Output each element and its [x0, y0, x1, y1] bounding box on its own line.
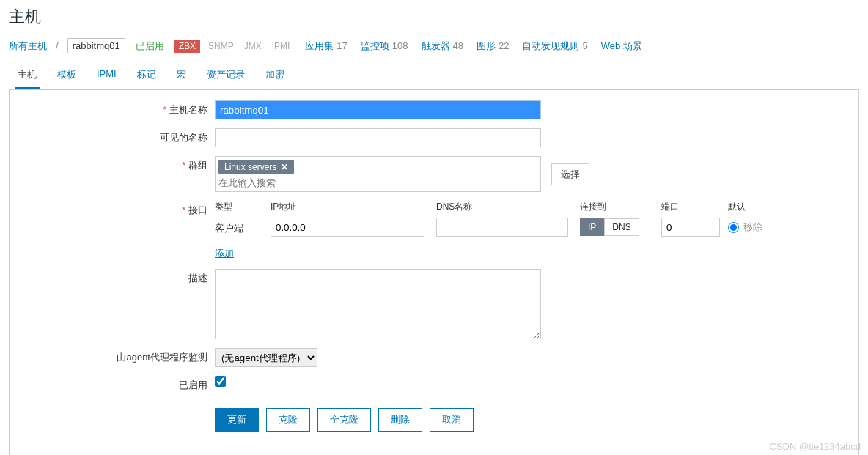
iface-default-radio[interactable]: [728, 222, 739, 233]
select-group-button[interactable]: 选择: [551, 163, 589, 185]
status-ipmi: IPMI: [270, 40, 293, 53]
label-description: 描述: [10, 269, 215, 285]
label-enabled: 已启用: [10, 376, 215, 392]
watermark: CSDN @tie1234abcd: [770, 441, 861, 452]
page-title: 主机: [9, 6, 859, 28]
tab-tags[interactable]: 标记: [134, 62, 159, 89]
multiselect-groups[interactable]: Linux servers ✕: [215, 156, 541, 192]
iface-add-link[interactable]: 添加: [215, 247, 234, 260]
form-area: 主机名称 可见的名称 群组 Linux servers ✕ 选择 接口: [9, 90, 859, 455]
iface-remove[interactable]: 移除: [743, 221, 787, 234]
checkbox-enabled[interactable]: [215, 376, 226, 387]
nav-stat-triggers[interactable]: 触发器48: [422, 40, 463, 53]
iface-agent-label: 客户端: [215, 219, 266, 235]
input-description[interactable]: [215, 269, 541, 339]
tab-ipmi[interactable]: IPMI: [94, 62, 119, 89]
label-visible-name: 可见的名称: [10, 128, 215, 144]
tab-macros[interactable]: 宏: [174, 62, 189, 89]
clone-button[interactable]: 克隆: [266, 408, 310, 432]
group-tag[interactable]: Linux servers ✕: [218, 160, 294, 174]
nav-stat-items[interactable]: 监控项108: [361, 40, 408, 53]
cancel-button[interactable]: 取消: [430, 408, 474, 432]
tab-inventory[interactable]: 资产记录: [204, 62, 248, 89]
label-proxy: 由agent代理程序监测: [10, 348, 215, 364]
label-host-name: 主机名称: [10, 100, 215, 116]
hdr-ip: IP地址: [271, 201, 432, 213]
iface-dns-input[interactable]: [436, 218, 568, 237]
seg-dns[interactable]: DNS: [604, 218, 639, 236]
delete-button[interactable]: 删除: [378, 408, 422, 432]
input-visible-name[interactable]: [215, 128, 541, 147]
breadcrumb-sep: /: [56, 40, 59, 51]
tabs: 主机 模板 IPMI 标记 宏 资产记录 加密: [9, 62, 859, 90]
hdr-type: 类型: [215, 201, 266, 213]
connect-to-toggle: IP DNS: [580, 218, 657, 236]
tab-host[interactable]: 主机: [15, 62, 40, 89]
nav-stat-graphs[interactable]: 图形22: [477, 40, 509, 53]
breadcrumb-all-hosts[interactable]: 所有主机: [9, 40, 47, 53]
iface-port-input[interactable]: [661, 218, 720, 237]
label-groups: 群组: [10, 156, 215, 172]
seg-ip[interactable]: IP: [580, 218, 604, 236]
status-jmx: JMX: [242, 40, 264, 53]
label-interfaces: 接口: [10, 201, 215, 217]
hdr-connect: 连接到: [580, 201, 657, 213]
group-tag-label: Linux servers: [224, 162, 276, 172]
iface-ip-input[interactable]: [271, 218, 424, 237]
tab-encryption[interactable]: 加密: [262, 62, 287, 89]
status-zbx: ZBX: [174, 40, 200, 53]
select-proxy[interactable]: (无agent代理程序): [215, 348, 317, 367]
remove-group-icon[interactable]: ✕: [281, 162, 288, 172]
full-clone-button[interactable]: 全克隆: [317, 408, 371, 432]
nav-stat-apps[interactable]: 应用集17: [305, 40, 347, 53]
breadcrumb-host[interactable]: rabbitmq01: [67, 38, 125, 53]
update-button[interactable]: 更新: [215, 408, 259, 432]
hdr-port: 端口: [661, 201, 724, 213]
tab-templates[interactable]: 模板: [54, 62, 79, 89]
status-snmp: SNMP: [206, 40, 236, 53]
nav-stat-web[interactable]: Web 场景: [601, 40, 645, 53]
status-enabled: 已启用: [136, 40, 164, 53]
nav-stat-discovery[interactable]: 自动发现规则5: [522, 40, 587, 53]
hdr-default: 默认: [728, 201, 765, 213]
header-row: 所有主机 / rabbitmq01 已启用 ZBX SNMP JMX IPMI …: [9, 38, 859, 53]
input-host-name[interactable]: [215, 100, 541, 119]
group-search-input[interactable]: [218, 177, 537, 188]
hdr-dns: DNS名称: [436, 201, 575, 213]
